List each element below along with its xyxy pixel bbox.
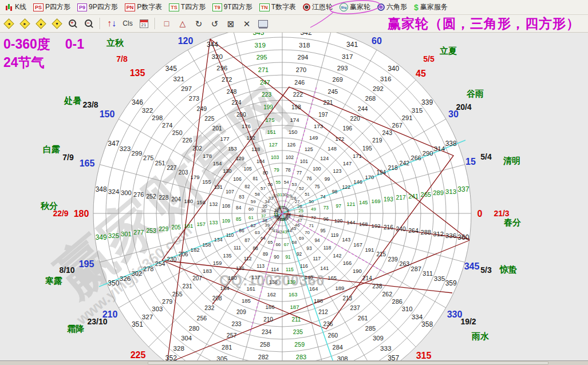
wheel-number: 43: [282, 229, 287, 235]
degree-label: 225: [131, 350, 146, 360]
wheel-number: 165: [327, 275, 337, 281]
wheel-number: 151: [267, 129, 277, 135]
wheel-number: 203: [179, 169, 188, 176]
wheel-number: 127: [269, 142, 278, 148]
wheel-number: 106: [233, 176, 242, 182]
toolbar-item-p-square[interactable]: PSP四方形: [30, 1, 73, 13]
wheel-number: 290: [423, 150, 433, 157]
wheel-number: 231: [183, 283, 192, 289]
horizontal-scrollbar[interactable]: [0, 360, 588, 365]
wheel-number: 212: [318, 309, 328, 315]
toolbar-item-gann-wheel[interactable]: 江恩轮: [300, 1, 336, 13]
wheel-number: 155: [202, 179, 211, 185]
wheel-number: 24: [286, 212, 291, 217]
draw-square-button[interactable]: □: [159, 17, 174, 30]
wheel-number: 286: [392, 298, 402, 305]
wheel-number: 77: [297, 170, 302, 176]
rotate-cw-button[interactable]: ↻: [191, 17, 206, 30]
wheel-number: 70: [305, 230, 310, 235]
wheel-number: 191: [365, 247, 374, 253]
wheel-number: 350: [108, 279, 119, 287]
p-square-icon: PS: [33, 3, 44, 11]
wheel-number: 239: [388, 256, 398, 263]
wheel-number: 159: [213, 260, 222, 266]
calendar-button[interactable]: 21: [136, 17, 151, 30]
wheel-number: 211: [291, 316, 301, 323]
wheel-number: 92: [297, 251, 302, 257]
wheel-number: 228: [159, 195, 168, 201]
wheel-number: 261: [358, 315, 368, 322]
wheel-number: 245: [328, 88, 338, 95]
wheel-number: 86: [239, 228, 244, 233]
wheel-number: 68: [292, 240, 297, 245]
wheel-number: 91: [285, 254, 291, 260]
toolbar-item-p-number-table[interactable]: PNP数字表: [122, 1, 165, 13]
wheel-number: 251: [155, 160, 165, 166]
solar-term-label: 立秋: [106, 38, 124, 47]
wheel-number: 218: [388, 165, 398, 171]
degree-label: 195: [79, 259, 94, 269]
scrollbar-thumb[interactable]: [148, 362, 548, 364]
wheel-number: 63: [255, 230, 260, 235]
wheel-number: 221: [323, 100, 333, 106]
toolbar-item-hexagon[interactable]: 六角形: [374, 1, 410, 13]
solar-term-label: 谷雨: [466, 89, 484, 98]
wheel-number: 252: [146, 193, 156, 200]
wheel-number: 314: [434, 145, 445, 152]
nav-up-button[interactable]: ▲: [33, 17, 48, 30]
toolbar-item-t-square[interactable]: TST四方形: [166, 1, 208, 13]
wheel-number: 88: [252, 245, 258, 251]
wheel-number: 79: [274, 167, 279, 173]
updown-icon: ↑↓: [107, 18, 116, 29]
center-view-button[interactable]: ✕: [239, 17, 254, 30]
zoom-in-button[interactable]: +: [65, 17, 80, 30]
wheel-number: 277: [133, 229, 144, 236]
wheel-number: 274: [162, 122, 172, 129]
toolbar-item-kline[interactable]: K线: [2, 1, 29, 13]
toolbar-item-9p-square[interactable]: P99P四方形: [74, 1, 121, 13]
screen-button[interactable]: [255, 17, 270, 30]
wheel-number: 104: [256, 158, 265, 164]
wheel-number: 255: [172, 291, 183, 297]
wheel-number: 345: [165, 65, 177, 73]
wheel-number: 71: [309, 223, 314, 228]
wheel-number: 81: [252, 176, 258, 181]
zoom-out-icon: −: [84, 19, 94, 29]
solar-term-label: 霜降: [67, 324, 85, 334]
wheel-number: 284: [333, 344, 343, 351]
wheel-number: 204: [171, 196, 181, 203]
wheel-number: 49: [311, 207, 316, 212]
toolbar-item-winner-wheel[interactable]: Big赢家轮: [337, 1, 373, 13]
zoom-out-button[interactable]: −: [81, 17, 96, 30]
wheel-number: 243: [382, 129, 392, 136]
nav-right-button[interactable]: ►: [17, 17, 32, 30]
wheel-number: 144: [347, 220, 356, 225]
wheel-number: 272: [222, 76, 232, 83]
nav-down-button[interactable]: ▼: [49, 17, 64, 30]
wheel-number: 53: [292, 182, 297, 187]
rotate-ccw-button[interactable]: ↺: [207, 17, 222, 30]
toolbar-item-t-number-table[interactable]: TNT数字表: [256, 1, 299, 13]
date-label: 5/4: [480, 152, 492, 161]
wheel-number: 302: [131, 270, 142, 277]
toolbar-item-winner-service[interactable]: $赢家服务: [411, 1, 451, 13]
wheel-number: 234: [262, 329, 271, 335]
gann-wheel-chart[interactable]: 赢家财富网www.yingjia360.comQQ:10030036012345…: [0, 33, 588, 365]
fit-view-button[interactable]: ⊠: [223, 17, 238, 30]
wheel-number: 317: [342, 53, 353, 60]
wheel-number: 309: [373, 335, 384, 342]
draw-triangle-button[interactable]: △: [175, 17, 190, 30]
wheel-number: 120: [334, 218, 343, 224]
wheel-number: 244: [358, 105, 368, 112]
cls-button[interactable]: Cls: [120, 17, 135, 30]
wheel-number: 89: [263, 251, 269, 257]
nav-left-button[interactable]: ◄: [1, 17, 16, 30]
toolbar-item-9t-square[interactable]: T99T四方形: [210, 1, 255, 13]
wheel-number: 246: [294, 79, 305, 86]
updown-arrows-button[interactable]: ↑↓: [104, 17, 119, 30]
wheel-number: 320: [212, 53, 223, 60]
wheel-number: 210: [263, 316, 273, 323]
draw-triangle-icon: △: [180, 19, 186, 27]
wheel-number: 87: [244, 237, 250, 243]
wheel-number: 178: [203, 153, 212, 159]
